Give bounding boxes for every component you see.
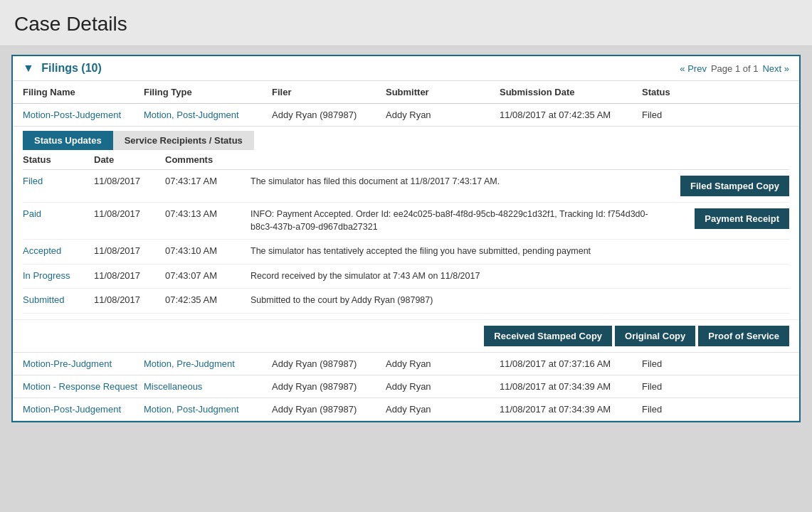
- payment-receipt-button[interactable]: Payment Receipt: [695, 208, 789, 229]
- filing-row-main: Motion-Post-Judgement Motion, Post-Judgm…: [13, 104, 799, 126]
- filer-3: Addy Ryan (987987): [272, 381, 386, 392]
- submitter-4: Addy Ryan: [386, 404, 500, 415]
- status-value-inprogress: In Progress: [23, 270, 94, 281]
- tab-service-recipients[interactable]: Service Recipients / Status: [113, 131, 254, 150]
- next-button[interactable]: Next »: [762, 63, 789, 74]
- filing-type: Motion, Post-Judgment: [144, 110, 272, 120]
- status-2: Filed: [642, 358, 713, 369]
- filing-name-3[interactable]: Motion - Response Request: [23, 381, 144, 392]
- filing-row-3-main: Motion - Response Request Miscellaneous …: [13, 375, 799, 398]
- filer-4: Addy Ryan (987987): [272, 404, 386, 415]
- filing-name-4[interactable]: Motion-Post-Judgement: [23, 404, 144, 415]
- status-row-filed: Filed 11/08/2017 07:43:17 AM The simulat…: [23, 170, 789, 203]
- filing-type-4: Motion, Post-Judgment: [144, 404, 272, 415]
- status-value-accepted: Accepted: [23, 245, 94, 256]
- action-cell-filed: Filed Stamped Copy: [661, 176, 789, 196]
- filing-status: Filed: [642, 110, 713, 120]
- proof-of-service-button[interactable]: Proof of Service: [698, 326, 789, 346]
- status-time-accepted: 07:43:10 AM: [165, 245, 251, 256]
- status-3: Filed: [642, 381, 713, 392]
- col-status-hdr: Status: [23, 154, 94, 165]
- submitter-3: Addy Ryan: [386, 381, 500, 392]
- content-area: ▼ Filings (10) « Prev Page 1 of 1 Next »…: [0, 46, 812, 431]
- submitter-2: Addy Ryan: [386, 358, 500, 369]
- page-info: Page 1 of 1: [711, 63, 759, 74]
- col-status: Status: [642, 87, 713, 97]
- filings-header: ▼ Filings (10) « Prev Page 1 of 1 Next »: [13, 56, 799, 81]
- filing-row-2-main: Motion-Pre-Judgment Motion, Pre-Judgment…: [13, 353, 799, 375]
- submission-date-3: 11/08/2017 at 07:34:39 AM: [500, 381, 642, 392]
- filings-count-label: Filings (10): [41, 62, 101, 74]
- col-action-hdr: [661, 154, 789, 165]
- filing-name-link[interactable]: Motion-Post-Judgement: [23, 110, 144, 120]
- col-filer: Filer: [272, 87, 386, 97]
- tab-status-updates[interactable]: Status Updates: [23, 131, 113, 150]
- action-cell-paid: Payment Receipt: [661, 208, 789, 229]
- status-time-paid: 07:43:13 AM: [165, 208, 251, 219]
- status-row-submitted: Submitted 11/08/2017 07:42:35 AM Submitt…: [23, 289, 789, 314]
- filings-title: ▼ Filings (10): [23, 62, 102, 75]
- filing-row-expanded: Motion-Post-Judgement Motion, Post-Judgm…: [13, 104, 799, 353]
- col-date-hdr: Date: [94, 154, 165, 165]
- pagination: « Prev Page 1 of 1 Next »: [680, 63, 789, 74]
- col-time-hdr: Comments: [165, 154, 251, 165]
- filing-row-2: Motion-Pre-Judgment Motion, Pre-Judgment…: [13, 353, 799, 375]
- status-comment-inprogress: Record received by the simulator at 7:43…: [251, 270, 661, 283]
- tabs-row: Status Updates Service Recipients / Stat…: [13, 127, 799, 150]
- status-table-headers: Status Date Comments: [23, 150, 789, 170]
- status-date-paid: 11/08/2017: [94, 208, 165, 219]
- status-time-filed: 07:43:17 AM: [165, 176, 251, 186]
- filed-stamped-copy-button[interactable]: Filed Stamped Copy: [680, 176, 789, 196]
- filings-panel: ▼ Filings (10) « Prev Page 1 of 1 Next »…: [11, 55, 801, 422]
- status-date-accepted: 11/08/2017: [94, 245, 165, 256]
- col-submitter: Submitter: [386, 87, 500, 97]
- page-title: Case Details: [0, 0, 812, 46]
- filing-name-2[interactable]: Motion-Pre-Judgment: [23, 358, 144, 369]
- filing-type-3: Miscellaneous: [144, 381, 272, 392]
- status-comment-accepted: The simulator has tentatively accepted t…: [251, 245, 661, 258]
- filing-row-4-main: Motion-Post-Judgement Motion, Post-Judgm…: [13, 398, 799, 420]
- submitter-name: Addy Ryan: [386, 110, 500, 120]
- status-comment-filed: The simulator has filed this document at…: [251, 176, 661, 188]
- filing-type-2: Motion, Pre-Judgment: [144, 358, 272, 369]
- col-submission-date: Submission Date: [500, 87, 642, 97]
- filer-2: Addy Ryan (987987): [272, 358, 386, 369]
- status-4: Filed: [642, 404, 713, 415]
- status-value-submitted: Submitted: [23, 294, 94, 305]
- col-filing-name: Filing Name: [23, 87, 144, 97]
- status-table: Status Date Comments Filed 11/08/2017 07…: [23, 150, 789, 314]
- received-stamped-copy-button[interactable]: Received Stamped Copy: [484, 326, 612, 346]
- status-value-paid: Paid: [23, 208, 94, 219]
- original-copy-button[interactable]: Original Copy: [615, 326, 695, 346]
- submission-date: 11/08/2017 at 07:42:35 AM: [500, 110, 642, 120]
- col-filing-type: Filing Type: [144, 87, 272, 97]
- status-row-inprogress: In Progress 11/08/2017 07:43:07 AM Recor…: [23, 265, 789, 289]
- status-comment-paid: INFO: Payment Accepted. Order Id: ee24c0…: [251, 208, 661, 233]
- submission-date-2: 11/08/2017 at 07:37:16 AM: [500, 358, 642, 369]
- status-time-submitted: 07:42:35 AM: [165, 294, 251, 305]
- status-row-paid: Paid 11/08/2017 07:43:13 AM INFO: Paymen…: [23, 203, 789, 240]
- filing-expanded-content: Status Updates Service Recipients / Stat…: [13, 126, 799, 352]
- status-comment-submitted: Submitted to the court by Addy Ryan (987…: [251, 294, 661, 307]
- filing-row-4: Motion-Post-Judgement Motion, Post-Judgm…: [13, 398, 799, 421]
- filing-row-3: Motion - Response Request Miscellaneous …: [13, 375, 799, 398]
- table-column-headers: Filing Name Filing Type Filer Submitter …: [13, 81, 799, 104]
- status-date-submitted: 11/08/2017: [94, 294, 165, 305]
- filer-name: Addy Ryan (987987): [272, 110, 386, 120]
- status-time-inprogress: 07:43:07 AM: [165, 270, 251, 281]
- bottom-actions: Received Stamped Copy Original Copy Proo…: [13, 319, 799, 352]
- col-comment-hdr: [251, 154, 661, 165]
- submission-date-4: 11/08/2017 at 07:34:39 AM: [500, 404, 642, 415]
- status-date-inprogress: 11/08/2017: [94, 270, 165, 281]
- status-date-filed: 11/08/2017: [94, 176, 165, 186]
- status-value-filed: Filed: [23, 176, 94, 186]
- collapse-arrow[interactable]: ▼: [23, 62, 34, 74]
- prev-button[interactable]: « Prev: [680, 63, 707, 74]
- status-row-accepted: Accepted 11/08/2017 07:43:10 AM The simu…: [23, 240, 789, 265]
